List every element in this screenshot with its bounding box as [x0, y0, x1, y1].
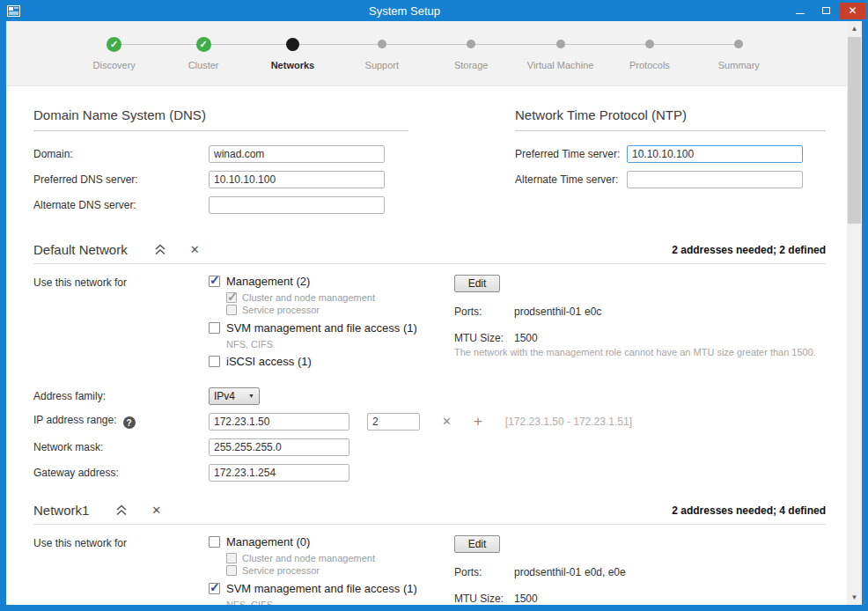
app-icon — [7, 4, 23, 18]
step-dot-wrap — [378, 36, 386, 52]
network1-header: Network1 ✕ 2 addresses needed; 4 defined — [33, 503, 826, 525]
domain-input[interactable] — [209, 145, 385, 163]
iscsi-checkbox-row[interactable]: iSCSI access (1) — [209, 355, 454, 368]
scroll-up-arrow-icon[interactable]: ▲ — [847, 21, 862, 36]
remove-network-icon[interactable]: ✕ — [151, 504, 161, 517]
close-button[interactable]: ✕ — [840, 3, 865, 19]
default-network-details: Edit Ports: prodsenthil-01 e0c MTU Size:… — [454, 275, 826, 372]
management-checkbox[interactable] — [209, 536, 220, 548]
dns-ntp-grid: Domain Name System (DNS) Domain: Preferr… — [33, 107, 826, 221]
step-current-icon — [286, 38, 299, 51]
management-checkbox-row[interactable]: Management (0) — [209, 535, 454, 548]
ports-value: e0d, e0e — [585, 566, 626, 578]
preferred-time-row: Preferred Time server: — [515, 144, 826, 163]
alternate-time-input[interactable] — [627, 171, 803, 188]
step-dot-wrap — [286, 36, 299, 52]
window-controls: ✕ — [786, 3, 865, 19]
chevron-down-icon: ▼ — [248, 393, 254, 399]
svm-label: SVM management and file access (1) — [226, 582, 417, 595]
svm-protocols-note: NFS, CIFS — [226, 600, 454, 605]
step-pending-icon — [467, 40, 475, 48]
ip-range-count-input[interactable] — [367, 413, 420, 431]
main-column: Discovery Cluster Networks Support Stora… — [6, 21, 847, 605]
stepper-step-support[interactable]: Support — [337, 21, 426, 85]
stepper-step-networks[interactable]: Networks — [248, 21, 337, 85]
management-label: Management (2) — [226, 275, 310, 288]
default-network-title: Default Network — [33, 242, 128, 257]
stepper-step-summary[interactable]: Summary — [695, 21, 783, 85]
preferred-dns-label: Preferred DNS server: — [33, 173, 209, 186]
preferred-dns-input[interactable] — [209, 171, 385, 188]
edit-button[interactable]: Edit — [454, 275, 500, 292]
management-checkbox[interactable] — [209, 276, 220, 287]
svm-checkbox[interactable] — [209, 583, 220, 594]
window-body: Discovery Cluster Networks Support Stora… — [6, 21, 862, 605]
stepper-step-discovery[interactable]: Discovery — [70, 21, 158, 85]
default-network-options: Management (2) Cluster and node manageme… — [209, 275, 454, 372]
scroll-down-arrow-icon[interactable]: ▼ — [847, 590, 862, 605]
step-label: Support — [365, 60, 400, 70]
stepper-step-protocols[interactable]: Protocols — [605, 21, 694, 85]
ports-value: e0c — [585, 306, 601, 318]
mtu-note: The network with the management role can… — [454, 347, 826, 359]
ports-row: Ports: prodsenthil-01 e0c — [454, 306, 826, 318]
preferred-time-input[interactable] — [627, 145, 803, 163]
cluster-mgmt-checkbox[interactable] — [226, 292, 237, 303]
ports-node: prodsenthil-01 — [514, 306, 585, 318]
step-dot-wrap — [734, 36, 743, 52]
maximize-icon — [822, 7, 830, 14]
alternate-dns-row: Alternate DNS server: — [33, 195, 408, 214]
help-icon[interactable]: ? — [123, 416, 136, 429]
mtu-row: MTU Size: 1500 — [454, 332, 826, 344]
ntp-heading: Network Time Protocol (NTP) — [515, 107, 826, 131]
service-processor-checkbox-row[interactable]: Service processor — [226, 565, 454, 576]
network1-details: Edit Ports: prodsenthil-01 e0d, e0e MTU … — [454, 535, 826, 605]
dns-heading: Domain Name System (DNS) — [33, 107, 408, 131]
svm-checkbox[interactable] — [209, 322, 220, 334]
cluster-mgmt-checkbox[interactable] — [226, 553, 237, 563]
stepper-step-storage[interactable]: Storage — [427, 21, 516, 85]
service-processor-checkbox[interactable] — [226, 305, 237, 315]
ip-range-row: IP address range:? ✕ + [172.23.1.50 - 17… — [33, 412, 826, 431]
step-dot-wrap — [467, 36, 475, 52]
ip-range-label: IP address range:? — [33, 414, 209, 430]
step-dot-wrap — [107, 36, 121, 52]
ip-range-start-input[interactable] — [209, 413, 349, 431]
domain-row: Domain: — [33, 144, 408, 163]
network-mask-row: Network mask: — [33, 438, 826, 456]
stepper-step-cluster[interactable]: Cluster — [158, 21, 247, 85]
service-processor-checkbox-row[interactable]: Service processor — [226, 305, 454, 315]
default-network-summary: 2 addresses needed; 2 defined — [672, 244, 826, 256]
address-family-select[interactable]: IPv4 ▼ — [209, 387, 260, 405]
cluster-mgmt-checkbox-row[interactable]: Cluster and node management — [226, 553, 454, 563]
stepper-step-virtual-machine[interactable]: Virtual Machine — [516, 21, 605, 85]
alternate-dns-input[interactable] — [209, 196, 385, 214]
alternate-time-row: Alternate Time server: — [515, 170, 826, 188]
iscsi-checkbox[interactable] — [209, 356, 220, 367]
ntp-section: Network Time Protocol (NTP) Preferred Ti… — [515, 107, 826, 221]
service-processor-checkbox[interactable] — [226, 565, 237, 576]
svm-checkbox-row[interactable]: SVM management and file access (1) — [209, 321, 454, 335]
remove-network-icon[interactable]: ✕ — [190, 243, 200, 256]
edit-button[interactable]: Edit — [454, 535, 500, 553]
collapse-icon[interactable] — [115, 504, 128, 516]
gateway-input[interactable] — [209, 464, 349, 482]
remove-range-icon[interactable]: ✕ — [442, 415, 452, 428]
alternate-dns-label: Alternate DNS server: — [33, 199, 209, 211]
vertical-scrollbar[interactable]: ▲ ▼ — [847, 21, 862, 605]
service-processor-label: Service processor — [242, 305, 320, 315]
management-checkbox-row[interactable]: Management (2) — [209, 275, 454, 288]
minimize-button[interactable] — [787, 3, 813, 19]
svm-checkbox-row[interactable]: SVM management and file access (1) — [209, 582, 454, 595]
svm-protocols-note: NFS, CIFS — [226, 339, 454, 350]
mtu-label: MTU Size: — [454, 332, 514, 344]
alternate-time-label: Alternate Time server: — [515, 173, 627, 186]
network-mask-input[interactable] — [209, 438, 349, 456]
network1-body: Use this network for Management (0) Clus… — [33, 535, 826, 605]
step-complete-icon — [107, 37, 121, 52]
scrollbar-thumb[interactable] — [848, 37, 861, 224]
collapse-icon[interactable] — [154, 244, 166, 255]
maximize-button[interactable] — [813, 3, 839, 19]
cluster-mgmt-checkbox-row[interactable]: Cluster and node management — [226, 292, 454, 303]
add-range-icon[interactable]: + — [474, 413, 482, 431]
